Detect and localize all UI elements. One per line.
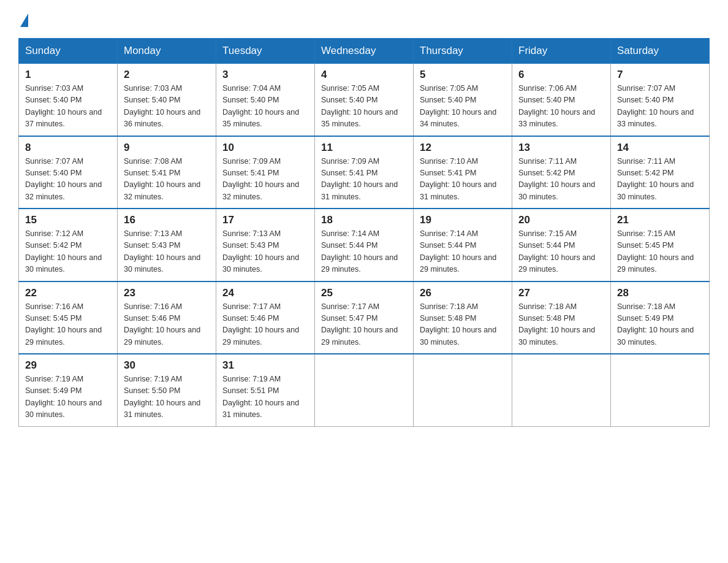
day-info: Sunrise: 7:18 AMSunset: 5:49 PMDaylight:… — [617, 301, 703, 349]
day-number: 31 — [222, 359, 308, 372]
day-number: 8 — [25, 142, 111, 154]
table-row: 23Sunrise: 7:16 AMSunset: 5:46 PMDayligh… — [118, 282, 216, 354]
table-row: 15Sunrise: 7:12 AMSunset: 5:42 PMDayligh… — [19, 209, 118, 282]
table-row: 24Sunrise: 7:17 AMSunset: 5:46 PMDayligh… — [216, 282, 315, 354]
calendar-week-row: 8Sunrise: 7:07 AMSunset: 5:40 PMDaylight… — [19, 136, 710, 209]
table-row: 9Sunrise: 7:08 AMSunset: 5:41 PMDaylight… — [118, 136, 216, 209]
table-row: 19Sunrise: 7:14 AMSunset: 5:44 PMDayligh… — [414, 209, 512, 282]
day-info: Sunrise: 7:19 AMSunset: 5:50 PMDaylight:… — [124, 373, 210, 421]
day-info: Sunrise: 7:09 AMSunset: 5:41 PMDaylight:… — [321, 156, 407, 204]
table-row: 31Sunrise: 7:19 AMSunset: 5:51 PMDayligh… — [216, 354, 315, 426]
col-saturday: Saturday — [611, 39, 710, 64]
col-sunday: Sunday — [19, 39, 118, 64]
table-row: 22Sunrise: 7:16 AMSunset: 5:45 PMDayligh… — [19, 282, 118, 354]
day-number: 23 — [124, 287, 210, 299]
day-number: 6 — [518, 69, 604, 81]
table-row: 29Sunrise: 7:19 AMSunset: 5:49 PMDayligh… — [19, 354, 118, 426]
day-info: Sunrise: 7:15 AMSunset: 5:45 PMDaylight:… — [617, 228, 703, 276]
header — [18, 12, 710, 27]
day-number: 19 — [420, 214, 506, 226]
day-info: Sunrise: 7:11 AMSunset: 5:42 PMDaylight:… — [518, 156, 604, 204]
table-row: 30Sunrise: 7:19 AMSunset: 5:50 PMDayligh… — [118, 354, 216, 426]
table-row: 3Sunrise: 7:04 AMSunset: 5:40 PMDaylight… — [216, 64, 315, 136]
day-info: Sunrise: 7:13 AMSunset: 5:43 PMDaylight:… — [124, 228, 210, 276]
day-number: 29 — [25, 359, 111, 372]
day-number: 4 — [321, 69, 407, 81]
day-number: 14 — [617, 142, 703, 154]
table-row — [414, 354, 512, 426]
day-number: 13 — [518, 142, 604, 154]
day-info: Sunrise: 7:07 AMSunset: 5:40 PMDaylight:… — [617, 83, 703, 131]
day-info: Sunrise: 7:09 AMSunset: 5:41 PMDaylight:… — [222, 156, 308, 204]
day-number: 22 — [25, 287, 111, 299]
day-number: 25 — [321, 287, 407, 299]
table-row: 21Sunrise: 7:15 AMSunset: 5:45 PMDayligh… — [611, 209, 710, 282]
day-number: 3 — [222, 69, 308, 81]
col-thursday: Thursday — [414, 39, 512, 64]
day-number: 26 — [420, 287, 506, 299]
day-number: 16 — [124, 214, 210, 226]
day-number: 5 — [420, 69, 506, 81]
table-row: 27Sunrise: 7:18 AMSunset: 5:48 PMDayligh… — [512, 282, 611, 354]
logo — [18, 12, 28, 27]
day-number: 2 — [124, 69, 210, 81]
day-number: 24 — [222, 287, 308, 299]
table-row: 8Sunrise: 7:07 AMSunset: 5:40 PMDaylight… — [19, 136, 118, 209]
table-row: 5Sunrise: 7:05 AMSunset: 5:40 PMDaylight… — [414, 64, 512, 136]
day-number: 21 — [617, 214, 703, 226]
table-row: 20Sunrise: 7:15 AMSunset: 5:44 PMDayligh… — [512, 209, 611, 282]
day-number: 12 — [420, 142, 506, 154]
day-info: Sunrise: 7:07 AMSunset: 5:40 PMDaylight:… — [25, 156, 111, 204]
day-number: 30 — [124, 359, 210, 372]
table-row — [315, 354, 414, 426]
day-info: Sunrise: 7:18 AMSunset: 5:48 PMDaylight:… — [420, 301, 506, 349]
logo-area — [18, 12, 28, 27]
day-number: 18 — [321, 214, 407, 226]
day-info: Sunrise: 7:10 AMSunset: 5:41 PMDaylight:… — [420, 156, 506, 204]
table-row: 13Sunrise: 7:11 AMSunset: 5:42 PMDayligh… — [512, 136, 611, 209]
calendar-week-row: 15Sunrise: 7:12 AMSunset: 5:42 PMDayligh… — [19, 209, 710, 282]
day-info: Sunrise: 7:05 AMSunset: 5:40 PMDaylight:… — [321, 83, 407, 131]
table-row: 16Sunrise: 7:13 AMSunset: 5:43 PMDayligh… — [118, 209, 216, 282]
table-row: 26Sunrise: 7:18 AMSunset: 5:48 PMDayligh… — [414, 282, 512, 354]
day-info: Sunrise: 7:06 AMSunset: 5:40 PMDaylight:… — [518, 83, 604, 131]
day-info: Sunrise: 7:19 AMSunset: 5:51 PMDaylight:… — [222, 373, 308, 421]
day-info: Sunrise: 7:11 AMSunset: 5:42 PMDaylight:… — [617, 156, 703, 204]
day-info: Sunrise: 7:16 AMSunset: 5:46 PMDaylight:… — [124, 301, 210, 349]
day-info: Sunrise: 7:05 AMSunset: 5:40 PMDaylight:… — [420, 83, 506, 131]
calendar-header-row: Sunday Monday Tuesday Wednesday Thursday… — [19, 39, 710, 64]
day-info: Sunrise: 7:03 AMSunset: 5:40 PMDaylight:… — [124, 83, 210, 131]
day-number: 7 — [617, 69, 703, 81]
table-row — [512, 354, 611, 426]
calendar-week-row: 1Sunrise: 7:03 AMSunset: 5:40 PMDaylight… — [19, 64, 710, 136]
logo-triangle-icon — [20, 13, 28, 27]
day-info: Sunrise: 7:17 AMSunset: 5:46 PMDaylight:… — [222, 301, 308, 349]
day-info: Sunrise: 7:08 AMSunset: 5:41 PMDaylight:… — [124, 156, 210, 204]
calendar-week-row: 29Sunrise: 7:19 AMSunset: 5:49 PMDayligh… — [19, 354, 710, 426]
col-wednesday: Wednesday — [315, 39, 414, 64]
day-number: 27 — [518, 287, 604, 299]
table-row: 18Sunrise: 7:14 AMSunset: 5:44 PMDayligh… — [315, 209, 414, 282]
table-row: 6Sunrise: 7:06 AMSunset: 5:40 PMDaylight… — [512, 64, 611, 136]
table-row: 28Sunrise: 7:18 AMSunset: 5:49 PMDayligh… — [611, 282, 710, 354]
day-info: Sunrise: 7:14 AMSunset: 5:44 PMDaylight:… — [420, 228, 506, 276]
col-friday: Friday — [512, 39, 611, 64]
day-number: 15 — [25, 214, 111, 226]
day-info: Sunrise: 7:15 AMSunset: 5:44 PMDaylight:… — [518, 228, 604, 276]
day-info: Sunrise: 7:12 AMSunset: 5:42 PMDaylight:… — [25, 228, 111, 276]
table-row: 10Sunrise: 7:09 AMSunset: 5:41 PMDayligh… — [216, 136, 315, 209]
day-info: Sunrise: 7:18 AMSunset: 5:48 PMDaylight:… — [518, 301, 604, 349]
table-row: 2Sunrise: 7:03 AMSunset: 5:40 PMDaylight… — [118, 64, 216, 136]
table-row: 1Sunrise: 7:03 AMSunset: 5:40 PMDaylight… — [19, 64, 118, 136]
table-row — [611, 354, 710, 426]
table-row: 14Sunrise: 7:11 AMSunset: 5:42 PMDayligh… — [611, 136, 710, 209]
day-info: Sunrise: 7:03 AMSunset: 5:40 PMDaylight:… — [25, 83, 111, 131]
day-number: 20 — [518, 214, 604, 226]
table-row: 12Sunrise: 7:10 AMSunset: 5:41 PMDayligh… — [414, 136, 512, 209]
table-row: 4Sunrise: 7:05 AMSunset: 5:40 PMDaylight… — [315, 64, 414, 136]
day-info: Sunrise: 7:19 AMSunset: 5:49 PMDaylight:… — [25, 373, 111, 421]
day-info: Sunrise: 7:17 AMSunset: 5:47 PMDaylight:… — [321, 301, 407, 349]
day-number: 10 — [222, 142, 308, 154]
day-number: 11 — [321, 142, 407, 154]
day-number: 28 — [617, 287, 703, 299]
